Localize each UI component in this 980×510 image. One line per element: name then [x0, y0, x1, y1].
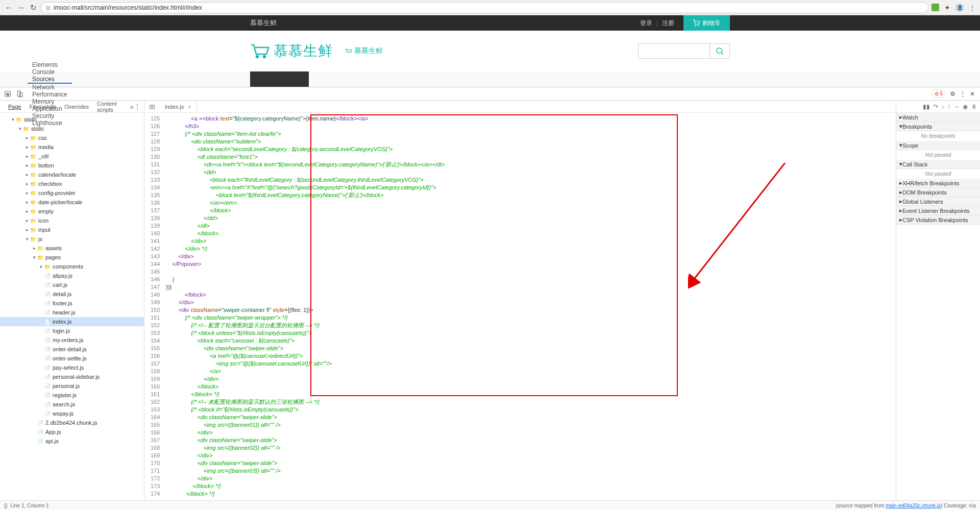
code-line-137[interactable]: </block> — [164, 207, 445, 214]
cart-button[interactable]: 购物车 — [683, 15, 730, 31]
code-line-139[interactable]: </dl> — [164, 222, 445, 230]
tree-personal[interactable]: 📄personal.js — [0, 381, 144, 391]
code-line-164[interactable]: <div className="swiper-slide"> — [164, 414, 445, 421]
devtools-tab-elements[interactable]: Elements — [28, 61, 72, 68]
tree-header[interactable]: 📄header.js — [0, 308, 144, 317]
evernote-icon[interactable] — [932, 4, 939, 11]
code-line-161[interactable]: </block> */} — [164, 391, 445, 398]
settings-icon[interactable]: ⚙ — [950, 90, 955, 98]
tree-util[interactable]: ▸📁_util — [0, 152, 144, 161]
code-line-156[interactable]: <a href="@{${carousel.redirectUrl}}"> — [164, 352, 445, 360]
profile-avatar[interactable]: 👤 — [955, 4, 964, 12]
tree-alipay[interactable]: 📄alipay.js — [0, 271, 144, 280]
pause-icon[interactable]: ▮▮ — [923, 103, 930, 110]
tree-calendar[interactable]: ▸📁calendar/locale — [0, 170, 144, 179]
tree-config[interactable]: ▸📁config-provider — [0, 188, 144, 198]
code-line-171[interactable]: <img src={{banner03}} alt="" /> — [164, 467, 445, 475]
sources-subtab-overrides[interactable]: Overrides — [60, 104, 93, 110]
tree-date[interactable]: ▸📁date-picker/locale — [0, 198, 144, 207]
code-editor[interactable]: 1251261271281291301311321331341351361371… — [144, 113, 896, 500]
code-line-160[interactable]: </block> — [164, 383, 445, 391]
tree-orderdetail[interactable]: 📄order-detail.js — [0, 345, 144, 354]
tree-ordersettle[interactable]: 📄order-settle.js — [0, 354, 144, 363]
code-line-126[interactable]: </h3> — [164, 123, 445, 130]
tree-js[interactable]: ▾📁js — [0, 234, 144, 244]
nav-files-icon[interactable] — [148, 102, 157, 111]
deactivate-bp-icon[interactable]: ◉ — [963, 103, 968, 110]
tree-checkbox[interactable]: ▸📁checkbox — [0, 179, 144, 188]
sourcemap-link[interactable]: main.ed04a20c.chunk.js — [886, 503, 941, 508]
code-line-170[interactable]: <div className="swiper-slide"> — [164, 459, 445, 467]
devtools-tab-network[interactable]: Network — [28, 84, 72, 91]
code-line-155[interactable]: <div className="swiper-slide"> — [164, 345, 445, 352]
code-line-154[interactable]: <block each="carousel : ${carousels}"> — [164, 337, 445, 345]
chrome-menu-icon[interactable]: ⋮ — [969, 4, 976, 12]
tree-media[interactable]: ▸📁media — [0, 142, 144, 152]
tree-myorders[interactable]: 📄my-orders.js — [0, 335, 144, 345]
devtools-tab-console[interactable]: Console — [28, 68, 72, 76]
global-listeners-section[interactable]: ▸ Global Listeners — [896, 197, 980, 206]
step-over-icon[interactable]: ↷ — [933, 103, 938, 110]
devtools-menu-icon[interactable]: ⋮ — [960, 90, 966, 98]
tree-footer[interactable]: 📄footer.js — [0, 299, 144, 308]
tree-detail[interactable]: 📄detail.js — [0, 289, 144, 299]
extensions-icon[interactable]: ✦ — [944, 4, 950, 12]
back-button[interactable]: ← — [4, 3, 13, 12]
tree-pages[interactable]: ▾📁pages — [0, 253, 144, 262]
tree-wxpay[interactable]: 📄wxpay.js — [0, 409, 144, 418]
login-link[interactable]: 登录 — [640, 19, 652, 28]
tree-login[interactable]: 📄login.js — [0, 326, 144, 335]
code-line-142[interactable]: </div> */} — [164, 245, 445, 253]
code-line-143[interactable]: </div> — [164, 253, 445, 260]
code-line-147[interactable]: })} — [164, 283, 445, 291]
pane-menu-icon[interactable]: ⋮ — [134, 103, 141, 111]
code-line-132[interactable]: <dd> — [164, 168, 445, 176]
code-line-130[interactable]: <dl className="fore1"> — [164, 153, 445, 161]
code-line-145[interactable] — [164, 268, 445, 276]
scope-section[interactable]: ▾ Scope — [896, 141, 980, 150]
site-logo[interactable]: 慕慕生鲜 慕慕生鲜 — [250, 41, 383, 61]
code-line-168[interactable]: <img src={{banner02}} alt="" /> — [164, 444, 445, 452]
close-tab-icon[interactable]: × — [188, 104, 191, 110]
code-line-157[interactable]: <img src="@{${carousel.carouselUrl}}" al… — [164, 360, 445, 368]
watch-section[interactable]: ▸ Watch — [896, 113, 980, 122]
code-line-144[interactable]: </Popover> — [164, 260, 445, 268]
file-navigator[interactable]: ▾📁static▾📁static▸📁css▸📁media▸📁_util▸📁but… — [0, 113, 144, 500]
tree-chunk[interactable]: 📄2.db2be424.chunk.js — [0, 418, 144, 427]
code-line-133[interactable]: <block each="thirdLevelCategory : ${seco… — [164, 176, 445, 184]
code-line-127[interactable]: {/* <div className="item-list clearfix"> — [164, 130, 445, 138]
code-line-129[interactable]: <block each="secondLevelCategory : ${cat… — [164, 145, 445, 153]
code-line-158[interactable]: </a> — [164, 368, 445, 375]
code-line-169[interactable]: </div> — [164, 452, 445, 459]
tree-icon[interactable]: ▸📁icon — [0, 216, 144, 225]
code-line-136[interactable]: </a></em> — [164, 199, 445, 207]
code-line-128[interactable]: <div className="subitem"> — [164, 138, 445, 145]
code-line-140[interactable]: </block> — [164, 230, 445, 237]
device-toggle-icon[interactable] — [15, 89, 24, 99]
code-line-162[interactable]: {/* <!-- 未配置轮播图则显示默认的三张轮播图 --> */} — [164, 398, 445, 406]
more-subtabs-icon[interactable]: » — [130, 103, 134, 111]
code-line-148[interactable]: </block> — [164, 291, 445, 299]
tree-api[interactable]: 📄api.js — [0, 436, 144, 446]
category-menu-trigger[interactable] — [250, 71, 309, 87]
tree-css[interactable]: ▸📁css — [0, 133, 144, 142]
tree-components[interactable]: ▸📁components — [0, 262, 144, 271]
code-line-173[interactable]: </block> */} — [164, 482, 445, 490]
code-line-151[interactable]: {/* <div className="swiper-wrapper"> */} — [164, 314, 445, 322]
code-line-135[interactable]: <block text="${thirdLevelCategory.catego… — [164, 191, 445, 199]
search-input[interactable] — [638, 43, 709, 59]
step-out-icon[interactable]: ↑ — [947, 103, 950, 110]
sources-subtab-content-scripts[interactable]: Content scripts — [93, 101, 128, 113]
close-devtools-icon[interactable]: ✕ — [970, 90, 975, 98]
xhr-breakpoints-section[interactable]: ▸ XHR/fetch Breakpoints — [896, 179, 980, 188]
register-link[interactable]: 注册 — [662, 19, 674, 28]
tree-static1[interactable]: ▾📁static — [0, 115, 144, 124]
error-badge[interactable]: ⊘5 — [932, 90, 946, 98]
code-line-149[interactable]: </div> — [164, 299, 445, 306]
address-bar[interactable]: ◎ imooc-mall/src/main/resources/static/i… — [41, 2, 928, 13]
code-line-174[interactable]: </block> */} — [164, 490, 445, 498]
tree-payselect[interactable]: 📄pay-select.js — [0, 363, 144, 372]
tree-input[interactable]: ▸📁input — [0, 225, 144, 234]
tree-empty[interactable]: ▸📁empty — [0, 207, 144, 216]
code-line-152[interactable]: {/* <!-- 配置了轮播图则显示后台配置的轮播图 --> */} — [164, 322, 445, 329]
